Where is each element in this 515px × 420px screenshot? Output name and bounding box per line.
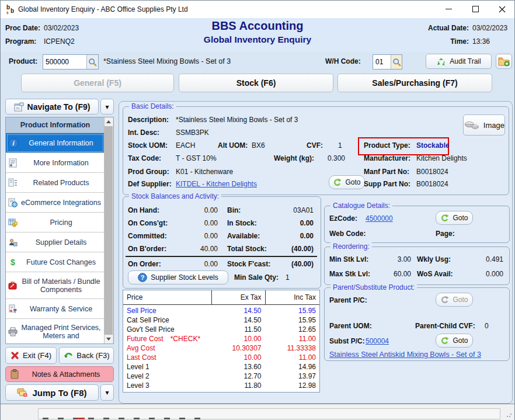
scroll-down-button[interactable] — [105, 335, 113, 343]
manufacturer-value: Kitchen Delights — [416, 154, 467, 162]
bin-value: 03A01 — [263, 206, 314, 214]
wh-code-input-field[interactable] — [373, 58, 391, 66]
svg-text:$: $ — [11, 258, 15, 267]
price-row-level3[interactable]: Level 311.8012.98 — [123, 381, 319, 390]
basic-details-title: Basic Details: — [129, 102, 176, 110]
ecommerce-icon — [8, 198, 18, 207]
goto-substitute-button[interactable]: Goto — [436, 334, 473, 348]
goto-catalogue-button[interactable]: Goto — [436, 211, 473, 225]
background-window-sliver-red — [76, 418, 85, 419]
sidebar-item-label: Supplier Details — [36, 238, 87, 247]
close-button[interactable] — [489, 1, 515, 18]
product-label: Product: — [9, 57, 37, 65]
int-desc-label: Int. Desc: — [128, 129, 159, 137]
back-button[interactable]: Back (F3) — [59, 347, 114, 364]
sidebar-item-bill-of-materials[interactable]: Bill of Materials / Bundle Components — [6, 272, 105, 299]
add-attachment-button[interactable] — [496, 54, 512, 69]
substitute-product-link[interactable]: Stainless Steel Antiskid Mixing Bowls - … — [329, 350, 481, 359]
sidebar-item-label: Warranty & Service — [30, 305, 92, 313]
on-consignment-value: 0.00 — [170, 219, 218, 227]
product-search-button[interactable] — [86, 55, 98, 69]
available-label: Available: — [227, 232, 260, 240]
price-row-cat-sell[interactable]: Cat Sell Price14.5015.95 — [123, 315, 319, 325]
sidebar-item-general-information[interactable]: i General Information — [6, 133, 105, 153]
sidebar-item-label: Pricing — [50, 218, 72, 227]
header-band: Proc Date: 03/02/2023 Program: ICPENQ2 B… — [1, 18, 514, 52]
price-row-govt-sell[interactable]: Gov't Sell Price11.5012.65 — [123, 325, 319, 334]
maximize-button[interactable] — [462, 1, 489, 18]
time-value: 13:36 — [472, 37, 490, 46]
navigate-to-button[interactable]: Navigate To (F9) — [5, 99, 99, 114]
cvf-label: CVF: — [307, 141, 323, 150]
wh-code-input[interactable] — [373, 54, 402, 70]
wh-search-button[interactable] — [391, 55, 402, 69]
svg-text:s: s — [6, 11, 9, 15]
on-backorder-value: 40.00 — [170, 245, 218, 253]
goto-supplier-button[interactable]: Goto — [329, 175, 365, 189]
sidebar-item-supplier-details[interactable]: Supplier Details — [6, 232, 105, 252]
supplier-stock-levels-button[interactable]: ? Supplier Stock Levels — [128, 270, 228, 284]
more-info-icon — [8, 158, 18, 168]
notes-attachments-label: Notes & Attachments — [19, 370, 113, 379]
exit-button[interactable]: Exit (F4) — [5, 347, 57, 364]
notes-attachments-button[interactable]: Notes & Attachments — [5, 366, 114, 382]
ezcode-link[interactable]: 4500000 — [366, 214, 393, 223]
product-input-field[interactable] — [43, 58, 86, 66]
jump-to-button[interactable]: Jump To (F8) — [5, 384, 99, 401]
sidebar-item-future-cost-changes[interactable]: $ Future Cost Changes — [6, 252, 105, 272]
tab-sales-purchasing-label: Sales/Purchasing (F7) — [372, 78, 457, 88]
folder-plus-icon — [498, 56, 510, 67]
def-supplier-link[interactable]: KITDEL - Kitchen Delights — [176, 180, 257, 188]
on-hand-label: On Hand: — [128, 206, 159, 214]
actual-date-label: Actual Date: — [403, 24, 469, 32]
goto-parent-button-disabled[interactable]: Goto — [436, 293, 473, 307]
chevron-down-icon: ▾ — [105, 103, 109, 111]
price-col-header: Price — [123, 293, 211, 301]
image-button[interactable]: Image — [463, 114, 505, 136]
actual-date-value: 03/02/2023 — [472, 24, 507, 32]
subst-pc-link[interactable]: 500004 — [366, 337, 406, 345]
tab-stock[interactable]: Stock (F6) — [179, 74, 333, 92]
price-row-sell[interactable]: Sell Price14.5015.95 — [123, 306, 319, 315]
tab-general[interactable]: General (F5) — [21, 74, 174, 92]
scrollbar-thumb[interactable] — [105, 126, 113, 335]
scroll-up-button[interactable] — [105, 117, 113, 126]
product-type-value: Stockable — [416, 141, 450, 150]
sidebar-item-label: Future Cost Changes — [26, 258, 96, 266]
sidebar-item-managed-print-services[interactable]: Managed Print Services, Meters and — [6, 319, 105, 344]
int-desc-value: SSMB3PK — [176, 129, 209, 137]
jump-dropdown-button[interactable]: ▾ — [100, 384, 114, 401]
sidebar-item-warranty-service[interactable]: Warranty & Service — [6, 299, 105, 319]
product-input[interactable] — [43, 54, 99, 70]
price-row-future-cost[interactable]: Future Cost*CHECK* 10.0011.00 — [123, 334, 319, 343]
tab-sales-purchasing[interactable]: Sales/Purchasing (F7) — [337, 74, 492, 92]
sidebar-item-more-information[interactable]: More Information — [6, 153, 105, 173]
price-row-level1[interactable]: Level 113.6014.96 — [123, 362, 319, 372]
sidebar-item-label: Managed Print Services, Meters and — [20, 324, 102, 340]
description-value: *Stainless Steel Mixing Bowls - Set of 3 — [176, 116, 298, 124]
navigate-dropdown-button[interactable]: ▾ — [100, 99, 114, 114]
minimize-button[interactable] — [435, 1, 462, 18]
min-sale-qty-value: 1 — [286, 273, 290, 282]
max-stock-level-value: 60.00 — [377, 270, 411, 278]
svg-text:b: b — [6, 4, 10, 11]
resize-grip[interactable] — [506, 412, 512, 418]
bom-icon — [8, 281, 18, 290]
nav-section-header-label: Product Information — [20, 121, 90, 129]
prod-group-value: K01 - Kitchenware — [176, 168, 233, 176]
price-row-avg-cost[interactable]: Avg Cost10.3030711.33338 — [123, 343, 319, 353]
product-bar: Product: *Stainless Steel Mixing Bowls -… — [1, 52, 514, 72]
stock-separator — [126, 256, 317, 257]
sidebar-item-related-products[interactable]: Related Products — [6, 173, 105, 193]
scroll-up-icon — [106, 120, 111, 123]
audit-trail-button[interactable]: Audit Trail — [426, 54, 492, 69]
max-stock-level-label: Max Stk Lvl: — [329, 270, 370, 278]
price-row-level2[interactable]: Level 212.7013.97 — [123, 372, 319, 381]
goto-label: Goto — [453, 296, 468, 304]
sidebar-item-ecommerce-integrations[interactable]: eCommerce Integrations — [6, 193, 105, 213]
committed-value: 0.00 — [170, 232, 218, 240]
nav-list-scrollbar[interactable] — [104, 117, 113, 343]
price-row-last-cost[interactable]: Last Cost10.0011.00 — [123, 353, 319, 362]
wos-avail-value: 0.000 — [465, 270, 503, 278]
sidebar-item-pricing[interactable]: Pricing — [6, 213, 105, 232]
